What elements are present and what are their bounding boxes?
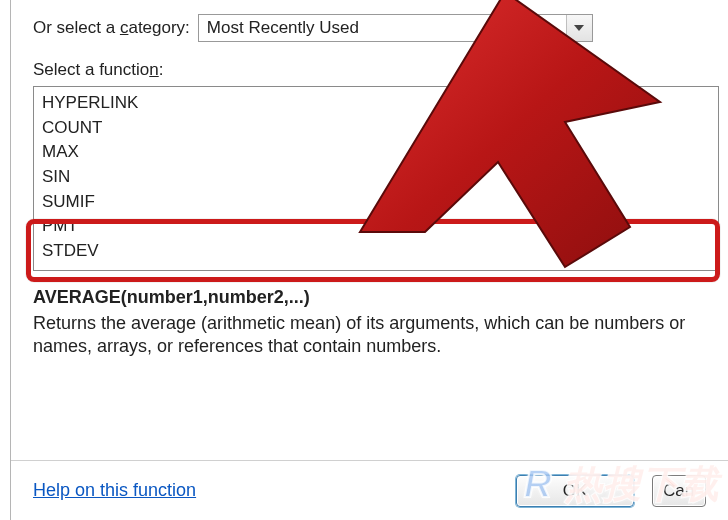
list-item[interactable]: COUNT: [42, 116, 710, 141]
function-label-prefix: Select a functio: [33, 60, 149, 79]
category-combobox[interactable]: Most Recently Used: [198, 14, 593, 42]
function-signature: AVERAGE(number1,number2,...): [33, 287, 710, 308]
function-list-label: Select a function:: [33, 60, 710, 80]
function-description: Returns the average (arithmetic mean) of…: [33, 312, 710, 359]
category-row: Or select a category: Most Recently Used: [33, 14, 710, 42]
function-label-mnemonic: n: [149, 60, 158, 79]
category-label-prefix: Or select a: [33, 18, 120, 37]
list-item[interactable]: SIN: [42, 165, 710, 190]
function-label-suffix: :: [159, 60, 164, 79]
chevron-down-icon[interactable]: [566, 15, 592, 41]
insert-function-dialog: Or select a category: Most Recently Used…: [10, 0, 728, 520]
list-item[interactable]: HYPERLINK: [42, 91, 710, 116]
category-label-suffix: ategory:: [128, 18, 189, 37]
list-item[interactable]: MAX: [42, 140, 710, 165]
category-combobox-value: Most Recently Used: [199, 16, 566, 40]
list-item[interactable]: PMT: [42, 214, 710, 239]
list-item[interactable]: STDEV: [42, 239, 710, 264]
cancel-button[interactable]: Can: [652, 475, 706, 507]
category-label: Or select a category:: [33, 18, 190, 38]
function-listbox[interactable]: HYPERLINK COUNT MAX SIN SUMIF PMT STDEV: [33, 86, 719, 271]
dialog-body: Or select a category: Most Recently Used…: [11, 0, 728, 369]
help-link[interactable]: Help on this function: [33, 480, 196, 501]
ok-button[interactable]: OK: [516, 475, 634, 507]
dialog-footer: Help on this function OK Can: [11, 460, 728, 520]
list-item[interactable]: SUMIF: [42, 190, 710, 215]
